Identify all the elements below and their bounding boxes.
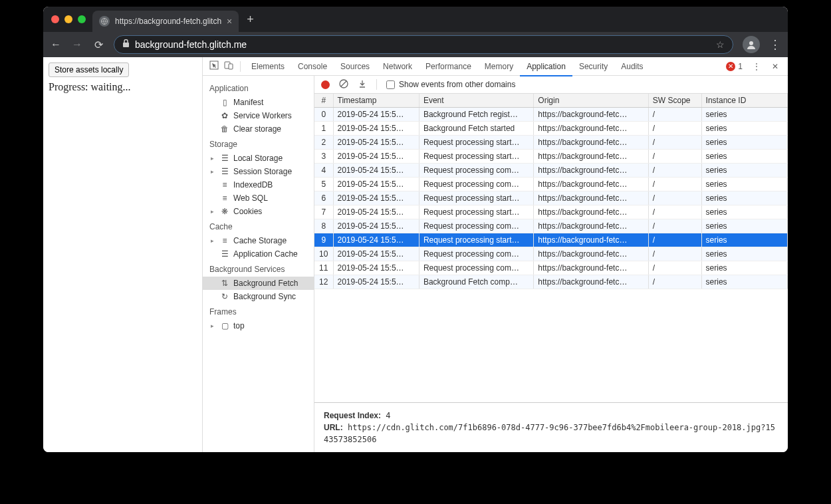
table-row[interactable]: 02019-05-24 15:5…Background Fetch regist…	[314, 108, 788, 122]
devtools-tab-security[interactable]: Security	[572, 58, 614, 75]
tab-close-icon[interactable]: ×	[227, 16, 232, 27]
sidebar-item-background-sync[interactable]: ↻Background Sync	[203, 290, 314, 303]
table-cell: 2019-05-24 15:5…	[333, 205, 419, 219]
devtools-tab-application[interactable]: Application	[520, 58, 572, 76]
table-row[interactable]: 42019-05-24 15:5…Request processing com……	[314, 164, 788, 178]
sidebar-item-manifest[interactable]: ▯Manifest	[203, 96, 314, 109]
table-row[interactable]: 52019-05-24 15:5…Request processing com……	[314, 178, 788, 191]
sidebar-item-session-storage[interactable]: ▸☰Session Storage	[203, 165, 314, 178]
column-header[interactable]: Event	[419, 94, 533, 108]
sidebar-item-indexeddb[interactable]: ≡IndexedDB	[203, 178, 314, 191]
table-row[interactable]: 112019-05-24 15:5…Request processing com…	[314, 261, 788, 275]
table-row[interactable]: 102019-05-24 15:5…Request processing com…	[314, 247, 788, 261]
column-header[interactable]: Timestamp	[333, 94, 419, 108]
sidebar-item-cookies[interactable]: ▸❋Cookies	[203, 205, 314, 218]
table-cell: 10	[314, 247, 333, 261]
sidebar-item-background-fetch[interactable]: ⇅Background Fetch	[203, 277, 314, 290]
omnibox[interactable]: background-fetch.glitch.me ☆	[114, 35, 733, 54]
profile-avatar[interactable]	[743, 36, 760, 53]
devtools-tab-network[interactable]: Network	[376, 58, 419, 75]
sidebar-item-label: Manifest	[233, 98, 263, 107]
sidebar-item-cache-storage[interactable]: ▸≡Cache Storage	[203, 234, 314, 247]
minimize-window-icon[interactable]	[64, 15, 72, 23]
table-cell: https://background-fetc…	[534, 191, 648, 205]
table-row[interactable]: 32019-05-24 15:5…Request processing star…	[314, 150, 788, 164]
back-button[interactable]: ←	[50, 39, 62, 51]
sidebar-item-top[interactable]: ▸▢top	[203, 319, 314, 332]
table-row[interactable]: 12019-05-24 15:5…Background Fetch starte…	[314, 122, 788, 136]
chevron-right-icon: ▸	[211, 237, 216, 244]
events-toolbar: Show events from other domains	[314, 76, 788, 94]
sidebar-item-application-cache[interactable]: ☰Application Cache	[203, 247, 314, 261]
table-cell: /	[648, 178, 701, 191]
browser-tab[interactable]: https://background-fetch.glitch ×	[92, 11, 239, 32]
browser-menu-icon[interactable]: ⋮	[769, 37, 781, 52]
devtools-menu-icon[interactable]: ⋮	[751, 62, 763, 71]
table-cell: https://background-fetc…	[534, 261, 648, 275]
table-cell: 6	[314, 191, 333, 205]
download-icon[interactable]	[358, 79, 367, 90]
sidebar-item-local-storage[interactable]: ▸☰Local Storage	[203, 152, 314, 165]
close-window-icon[interactable]	[51, 15, 59, 23]
sidebar-section-heading: Storage	[203, 136, 314, 152]
titlebar: https://background-fetch.glitch × +	[43, 7, 788, 32]
table-row[interactable]: 92019-05-24 15:5…Request processing star…	[314, 233, 788, 247]
column-header[interactable]: #	[314, 94, 333, 108]
store-assets-button[interactable]: Store assets locally	[49, 63, 129, 77]
error-indicator[interactable]: ✕ 1	[726, 62, 743, 71]
chevron-right-icon: ▸	[211, 155, 216, 162]
devtools-tab-elements[interactable]: Elements	[245, 58, 291, 75]
sidebar-item-label: Service Workers	[233, 111, 292, 120]
sidebar-item-label: Session Storage	[233, 167, 292, 176]
table-cell: /	[648, 205, 701, 219]
inspect-icon[interactable]	[208, 61, 220, 72]
table-cell: 2019-05-24 15:5…	[333, 275, 419, 289]
record-button[interactable]	[321, 80, 330, 89]
devtools-tab-sources[interactable]: Sources	[334, 58, 376, 75]
table-cell: https://background-fetc…	[534, 122, 648, 136]
bookmark-icon[interactable]: ☆	[716, 39, 725, 50]
devtools-tab-audits[interactable]: Audits	[614, 58, 650, 75]
checkbox-input[interactable]	[386, 80, 395, 89]
sidebar-item-label: Local Storage	[233, 154, 283, 163]
sidebar-item-clear-storage[interactable]: 🗑Clear storage	[203, 122, 314, 136]
item-icon: ✿	[220, 111, 229, 120]
devtools-tab-performance[interactable]: Performance	[419, 58, 478, 75]
table-cell: /	[648, 275, 701, 289]
item-icon: ☰	[220, 249, 229, 259]
table-row[interactable]: 72019-05-24 15:5…Request processing star…	[314, 205, 788, 219]
table-row[interactable]: 82019-05-24 15:5…Request processing com……	[314, 219, 788, 233]
request-index-label: Request Index:	[324, 411, 381, 420]
column-header[interactable]: Origin	[534, 94, 648, 108]
reload-button[interactable]: ⟳	[92, 39, 104, 51]
devtools-tab-memory[interactable]: Memory	[478, 58, 520, 75]
table-cell: 12	[314, 275, 333, 289]
clear-icon[interactable]	[339, 79, 348, 90]
sidebar-item-service-workers[interactable]: ✿Service Workers	[203, 109, 314, 122]
show-other-domains-checkbox[interactable]: Show events from other domains	[386, 80, 515, 89]
table-row[interactable]: 22019-05-24 15:5…Request processing star…	[314, 136, 788, 150]
table-row[interactable]: 122019-05-24 15:5…Background Fetch comp……	[314, 275, 788, 289]
sidebar-item-web-sql[interactable]: ≡Web SQL	[203, 191, 314, 205]
table-cell: /	[648, 233, 701, 247]
table-cell: https://background-fetc…	[534, 150, 648, 164]
column-header[interactable]: Instance ID	[701, 94, 787, 108]
column-header[interactable]: SW Scope	[648, 94, 701, 108]
maximize-window-icon[interactable]	[78, 15, 86, 23]
table-cell: 2019-05-24 15:5…	[333, 261, 419, 275]
table-row[interactable]: 62019-05-24 15:5…Request processing star…	[314, 191, 788, 205]
new-tab-button[interactable]: +	[247, 13, 254, 27]
application-sidebar: Application▯Manifest✿Service Workers🗑Cle…	[203, 76, 314, 452]
sidebar-item-label: Cache Storage	[233, 236, 287, 245]
table-cell: https://background-fetc…	[534, 108, 648, 122]
devtools-tab-console[interactable]: Console	[291, 58, 334, 75]
devtools-close-icon[interactable]: ✕	[769, 62, 781, 71]
table-cell: Background Fetch comp…	[419, 275, 533, 289]
table-cell: Request processing com…	[419, 247, 533, 261]
forward-button[interactable]: →	[71, 39, 83, 51]
devtools-tabbar: ElementsConsoleSourcesNetworkPerformance…	[203, 57, 788, 76]
table-cell: Request processing start…	[419, 191, 533, 205]
item-icon: ☰	[220, 154, 229, 163]
table-cell: 2019-05-24 15:5…	[333, 136, 419, 150]
device-icon[interactable]	[223, 61, 235, 72]
